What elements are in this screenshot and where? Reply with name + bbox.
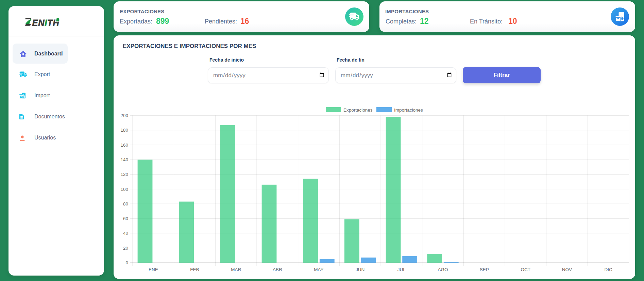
svg-text:ENE: ENE [149,267,158,272]
svg-text:0: 0 [125,260,128,265]
svg-text:ABR: ABR [273,267,282,272]
svg-text:80: 80 [123,201,128,206]
svg-text:120: 120 [120,172,128,177]
svg-text:20: 20 [123,246,128,251]
svg-text:100: 100 [120,187,128,192]
svg-text:180: 180 [120,128,128,133]
svg-text:JUN: JUN [356,267,365,272]
svg-text:MAR: MAR [231,267,241,272]
svg-text:NOV: NOV [562,267,572,272]
svg-text:40: 40 [123,231,128,236]
svg-text:60: 60 [123,216,128,221]
svg-text:140: 140 [120,157,128,162]
svg-text:OCT: OCT [521,267,531,272]
svg-text:SEP: SEP [480,267,489,272]
svg-text:DIC: DIC [605,267,613,272]
svg-text:Exportaciones: Exportaciones [343,108,373,113]
svg-text:MAY: MAY [314,267,323,272]
svg-text:AGO: AGO [438,267,448,272]
svg-text:Importaciones: Importaciones [394,108,423,113]
svg-text:200: 200 [120,113,128,118]
svg-text:JUL: JUL [397,267,406,272]
svg-text:FEB: FEB [190,267,199,272]
svg-text:160: 160 [120,143,128,148]
